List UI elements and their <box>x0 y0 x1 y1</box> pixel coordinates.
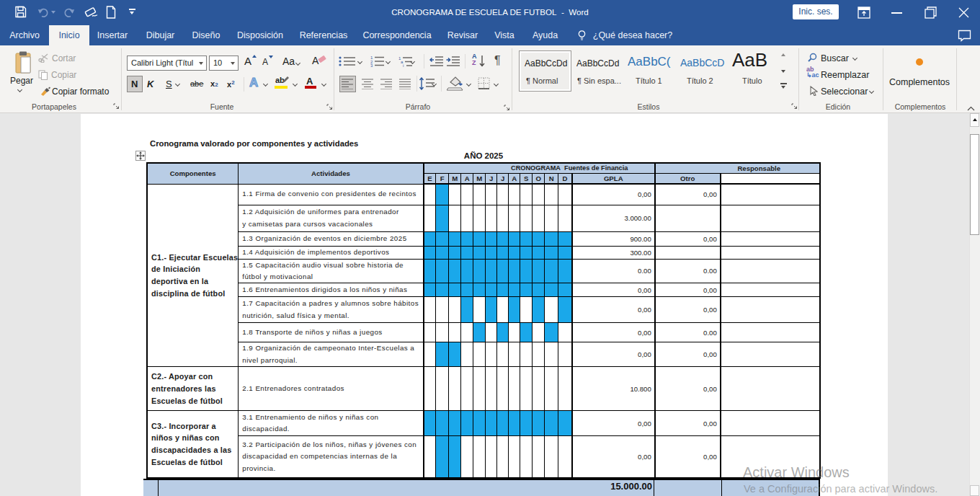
svg-text:3: 3 <box>370 63 373 67</box>
svg-text:i: i <box>403 63 404 67</box>
